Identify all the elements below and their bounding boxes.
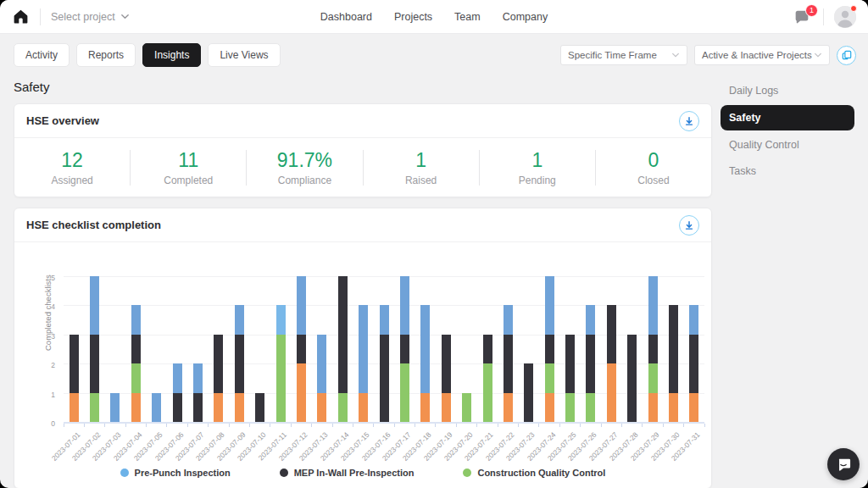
bar-2023-07-31[interactable] bbox=[689, 305, 698, 422]
bar-2023-07-04[interactable] bbox=[131, 305, 141, 422]
chart-column-2023-07-03 bbox=[105, 278, 125, 422]
bar-2023-07-19[interactable] bbox=[442, 335, 451, 422]
notifications-button[interactable]: 1 bbox=[793, 8, 813, 26]
bar-2023-07-25[interactable] bbox=[565, 335, 575, 422]
bar-segment-pre-punch-inspection bbox=[380, 305, 389, 334]
bar-segment-construction-quality-control bbox=[462, 393, 471, 422]
chart-column-2023-07-11 bbox=[270, 278, 291, 422]
bar-2023-07-12[interactable] bbox=[297, 276, 306, 422]
bar-segment-construction-quality-control bbox=[131, 363, 141, 392]
bar-2023-07-23[interactable] bbox=[524, 363, 533, 422]
bar-segment-mep-in-wall-pre-inspection bbox=[400, 335, 409, 363]
bar-segment-orange-series-legend-not-visible bbox=[214, 393, 223, 422]
sidebar-item-quality-control[interactable]: Quality Control bbox=[721, 133, 854, 157]
bar-segment-orange-series-legend-not-visible bbox=[70, 393, 79, 422]
stat-assigned: 12Assigned bbox=[14, 149, 130, 186]
bar-2023-07-02[interactable] bbox=[90, 276, 99, 422]
bar-2023-07-27[interactable] bbox=[607, 305, 616, 422]
bar-segment-mep-in-wall-pre-inspection bbox=[442, 335, 451, 393]
bar-2023-07-22[interactable] bbox=[504, 305, 513, 422]
nav-item-projects[interactable]: Projects bbox=[394, 11, 432, 23]
bar-2023-07-24[interactable] bbox=[545, 276, 554, 422]
sidebar-item-daily-logs[interactable]: Daily Logs bbox=[721, 79, 854, 103]
tab-activity[interactable]: Activity bbox=[14, 43, 70, 67]
sidebar-item-safety[interactable]: Safety bbox=[721, 105, 854, 130]
bar-segment-mep-in-wall-pre-inspection bbox=[90, 335, 99, 393]
bar-2023-07-28[interactable] bbox=[627, 335, 637, 422]
notification-badge: 1 bbox=[805, 4, 818, 17]
nav-item-team[interactable]: Team bbox=[454, 11, 481, 23]
bar-segment-orange-series-legend-not-visible bbox=[607, 363, 616, 422]
chart-column-2023-07-15 bbox=[353, 278, 373, 422]
tab-insights[interactable]: Insights bbox=[142, 43, 201, 67]
bar-segment-mep-in-wall-pre-inspection bbox=[380, 335, 389, 422]
chat-launcher-button[interactable] bbox=[827, 448, 860, 480]
bar-segment-pre-punch-inspection bbox=[173, 363, 182, 392]
bar-2023-07-09[interactable] bbox=[235, 305, 244, 422]
bar-segment-orange-series-legend-not-visible bbox=[235, 393, 244, 422]
bar-2023-07-29[interactable] bbox=[648, 276, 658, 422]
nav-item-company[interactable]: Company bbox=[503, 11, 548, 23]
bar-2023-07-20[interactable] bbox=[462, 393, 471, 422]
bar-2023-07-06[interactable] bbox=[173, 363, 182, 422]
bar-2023-07-30[interactable] bbox=[669, 305, 678, 422]
bar-2023-07-08[interactable] bbox=[214, 335, 223, 422]
bar-segment-orange-series-legend-not-visible bbox=[689, 393, 698, 422]
bar-2023-07-11[interactable] bbox=[276, 305, 286, 422]
bar-segment-pre-punch-inspection bbox=[689, 305, 698, 334]
y-tick-2: 2 bbox=[14, 361, 55, 369]
chart-column-2023-07-31 bbox=[684, 278, 704, 422]
bar-2023-07-01[interactable] bbox=[70, 335, 79, 422]
bar-segment-pre-punch-inspection bbox=[90, 276, 99, 335]
bar-segment-mep-in-wall-pre-inspection bbox=[214, 335, 223, 393]
gridline-y5 bbox=[64, 276, 704, 277]
chart-column-2023-07-30 bbox=[663, 278, 683, 422]
project-filter-select[interactable]: Active & Inactive Projects bbox=[694, 45, 830, 65]
avatar[interactable] bbox=[834, 6, 856, 28]
bar-2023-07-16[interactable] bbox=[380, 305, 389, 422]
bar-segment-pre-punch-inspection bbox=[359, 305, 368, 392]
bar-segment-orange-series-legend-not-visible bbox=[669, 393, 678, 422]
chart-column-2023-07-04 bbox=[125, 278, 146, 422]
bar-2023-07-18[interactable] bbox=[420, 305, 430, 422]
bar-segment-pre-punch-inspection bbox=[400, 276, 409, 335]
tab-reports[interactable]: Reports bbox=[76, 43, 136, 67]
select-project-dropdown[interactable]: Select project bbox=[51, 11, 130, 23]
chart-column-2023-07-06 bbox=[167, 278, 187, 422]
chart-legend: Pre-Punch InspectionMEP In-Wall Pre-Insp… bbox=[14, 468, 711, 478]
bar-2023-07-13[interactable] bbox=[317, 335, 326, 422]
bar-2023-07-15[interactable] bbox=[359, 305, 368, 422]
download-hse-overview-button[interactable] bbox=[679, 111, 699, 131]
tabs: ActivityReportsInsightsLive Views bbox=[14, 43, 281, 67]
chart-column-2023-07-26 bbox=[581, 278, 601, 422]
legend-label-pre-punch-inspection: Pre-Punch Inspection bbox=[135, 468, 231, 478]
copy-report-button[interactable] bbox=[837, 46, 856, 65]
bar-2023-07-26[interactable] bbox=[586, 305, 595, 422]
project-filter-value: Active & Inactive Projects bbox=[702, 50, 812, 60]
bar-2023-07-14[interactable] bbox=[338, 276, 348, 422]
bar-segment-mep-in-wall-pre-inspection bbox=[235, 335, 244, 393]
select-project-label: Select project bbox=[51, 11, 115, 23]
bar-segment-mep-in-wall-pre-inspection bbox=[607, 305, 616, 363]
chart-column-2023-07-18 bbox=[415, 278, 436, 422]
time-frame-select[interactable]: Specific Time Frame bbox=[560, 45, 687, 65]
bar-2023-07-07[interactable] bbox=[193, 363, 203, 422]
tab-live-views[interactable]: Live Views bbox=[208, 43, 280, 67]
sidebar-item-tasks[interactable]: Tasks bbox=[721, 159, 854, 183]
bar-segment-pre-punch-inspection bbox=[648, 276, 658, 335]
time-frame-value: Specific Time Frame bbox=[568, 50, 657, 60]
stat-label-pending: Pending bbox=[519, 175, 556, 186]
stat-label-closed: Closed bbox=[637, 175, 669, 186]
home-icon[interactable] bbox=[12, 8, 30, 25]
bar-segment-pre-punch-inspection bbox=[297, 276, 306, 335]
bar-2023-07-17[interactable] bbox=[400, 276, 409, 422]
download-hse-checklist-button[interactable] bbox=[679, 215, 699, 236]
app-window: Select project DashboardProjectsTeamComp… bbox=[0, 0, 868, 488]
bar-2023-07-10[interactable] bbox=[255, 393, 264, 422]
bar-2023-07-03[interactable] bbox=[110, 393, 120, 422]
bar-2023-07-05[interactable] bbox=[152, 393, 161, 422]
bar-segment-pre-punch-inspection bbox=[152, 393, 161, 422]
nav-item-dashboard[interactable]: Dashboard bbox=[320, 11, 372, 23]
chart-column-2023-07-13 bbox=[312, 278, 332, 422]
bar-2023-07-21[interactable] bbox=[483, 335, 492, 422]
